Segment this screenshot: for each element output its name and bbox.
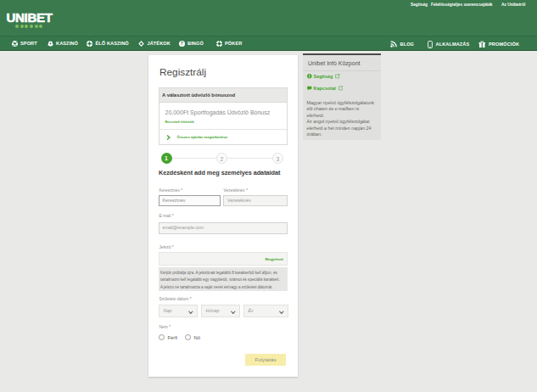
svg-text:7: 7 xyxy=(181,42,183,46)
svg-text:UNIBET: UNIBET xyxy=(7,11,53,24)
